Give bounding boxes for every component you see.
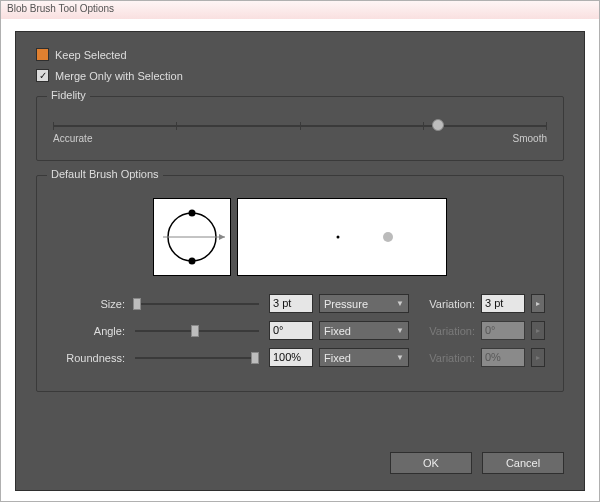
svg-marker-2 (219, 234, 225, 240)
size-slider[interactable] (135, 303, 259, 305)
ok-button[interactable]: OK (390, 452, 472, 474)
angle-variation-stepper: ▸ (531, 321, 545, 340)
svg-point-3 (189, 210, 196, 217)
merge-selection-label: Merge Only with Selection (55, 70, 183, 82)
dialog-panel: Keep Selected ✓ Merge Only with Selectio… (15, 31, 585, 491)
roundness-input[interactable]: 100% (269, 348, 313, 367)
keep-selected-row: Keep Selected (36, 48, 564, 61)
angle-mode-value: Fixed (324, 325, 351, 337)
angle-label: Angle: (53, 325, 125, 337)
brush-size-preview (237, 198, 447, 276)
preview-dot-max (383, 232, 393, 242)
roundness-mode-value: Fixed (324, 352, 351, 364)
fidelity-title: Fidelity (47, 89, 90, 101)
chevron-down-icon: ▼ (396, 326, 404, 335)
chevron-down-icon: ▼ (396, 353, 404, 362)
keep-selected-label: Keep Selected (55, 49, 127, 61)
merge-selection-row: ✓ Merge Only with Selection (36, 69, 564, 82)
roundness-label: Roundness: (53, 352, 125, 364)
roundness-mode-dropdown[interactable]: Fixed ▼ (319, 348, 409, 367)
size-mode-dropdown[interactable]: Pressure ▼ (319, 294, 409, 313)
size-thumb[interactable] (133, 298, 141, 310)
size-variation-label: Variation: (415, 298, 475, 310)
cancel-button[interactable]: Cancel (482, 452, 564, 474)
brush-options-title: Default Brush Options (47, 168, 163, 180)
size-mode-value: Pressure (324, 298, 368, 310)
size-variation-stepper[interactable]: ▸ (531, 294, 545, 313)
keep-selected-checkbox[interactable] (36, 48, 49, 61)
angle-slider[interactable] (135, 330, 259, 332)
size-variation-input[interactable]: 3 pt (481, 294, 525, 313)
angle-input[interactable]: 0° (269, 321, 313, 340)
roundness-variation-stepper: ▸ (531, 348, 545, 367)
fidelity-labels: Accurate Smooth (53, 133, 547, 144)
brush-previews (53, 198, 547, 276)
window-title: Blob Brush Tool Options (1, 1, 599, 19)
roundness-row: Roundness: 100% Fixed ▼ Variation: 0% ▸ (53, 348, 547, 367)
angle-variation-input: 0° (481, 321, 525, 340)
angle-thumb[interactable] (191, 325, 199, 337)
size-input[interactable]: 3 pt (269, 294, 313, 313)
fidelity-ticks (53, 122, 547, 130)
chevron-down-icon: ▼ (396, 299, 404, 308)
fidelity-group: Fidelity Accurate Smooth (36, 96, 564, 161)
roundness-variation-input: 0% (481, 348, 525, 367)
roundness-slider[interactable] (135, 357, 259, 359)
merge-selection-checkbox[interactable]: ✓ (36, 69, 49, 82)
angle-variation-label: Variation: (415, 325, 475, 337)
dialog-footer: OK Cancel (390, 452, 564, 474)
blob-brush-options-window: Blob Brush Tool Options Keep Selected ✓ … (0, 0, 600, 502)
fidelity-slider[interactable] (53, 125, 547, 127)
fidelity-max-label: Smooth (513, 133, 547, 144)
size-label: Size: (53, 298, 125, 310)
fidelity-thumb[interactable] (432, 119, 444, 131)
size-row: Size: 3 pt Pressure ▼ Variation: 3 pt ▸ (53, 294, 547, 313)
fidelity-min-label: Accurate (53, 133, 92, 144)
angle-mode-dropdown[interactable]: Fixed ▼ (319, 321, 409, 340)
brush-options-group: Default Brush Options Si (36, 175, 564, 392)
angle-row: Angle: 0° Fixed ▼ Variation: 0° ▸ (53, 321, 547, 340)
roundness-thumb[interactable] (251, 352, 259, 364)
brush-shape-preview (153, 198, 231, 276)
roundness-variation-label: Variation: (415, 352, 475, 364)
svg-point-4 (189, 258, 196, 265)
preview-dot-min (336, 236, 339, 239)
